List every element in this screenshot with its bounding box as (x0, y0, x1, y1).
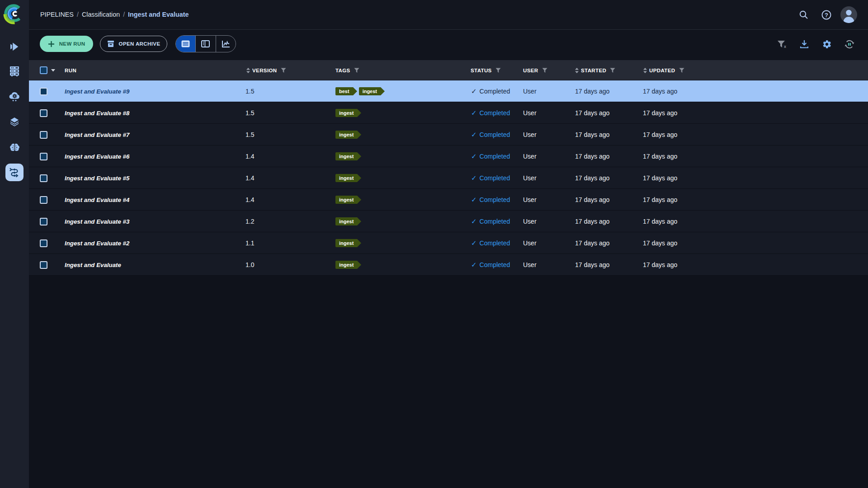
svg-text:?: ? (825, 12, 828, 19)
svg-text:x: x (784, 44, 786, 49)
